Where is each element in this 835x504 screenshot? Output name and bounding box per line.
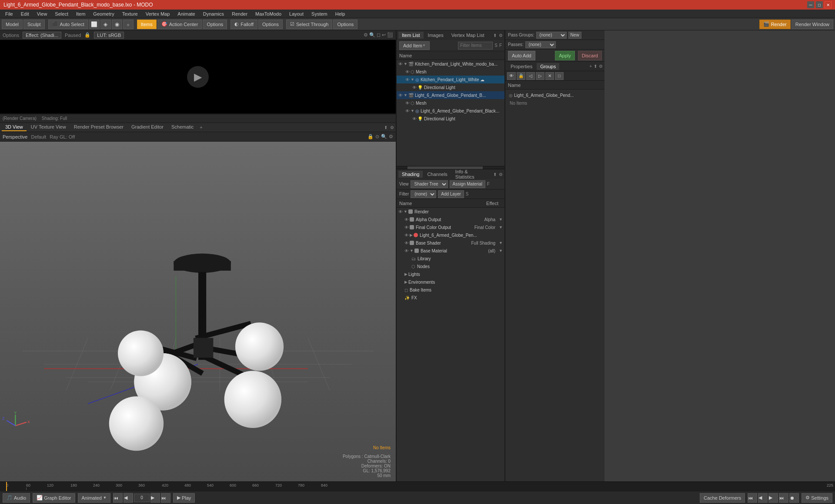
tab-shading[interactable]: Shading	[398, 171, 423, 178]
sh-item-lights[interactable]: ▶ Lights	[397, 270, 504, 278]
sh-item-render[interactable]: 👁 ▼ Render	[397, 208, 504, 216]
sh-vis-base-material[interactable]: 👁	[404, 249, 409, 253]
go-to-start-button[interactable]: ⏮	[113, 493, 123, 503]
tab-gradient-editor[interactable]: Gradient Editor	[128, 123, 167, 131]
tb-icon-1[interactable]: ⬜	[89, 20, 100, 29]
sculpt-button[interactable]: Sculpt	[23, 20, 45, 29]
menu-render[interactable]: Render	[228, 11, 251, 17]
minimize-button[interactable]: ─	[807, 1, 814, 8]
shading-gear-icon[interactable]: ⚙	[499, 172, 503, 177]
vis-icon-0[interactable]: 👁	[398, 62, 403, 66]
item-list-content[interactable]: 👁 ▼ 🎬 Kitchen_Pendant_Light_White_modo_b…	[397, 60, 504, 166]
vis-icon-5[interactable]: 👁	[405, 101, 410, 106]
tree-item-0[interactable]: 👁 ▼ 🎬 Kitchen_Pendant_Light_White_modo_b…	[397, 60, 504, 68]
tab-3d-view[interactable]: 3D View	[2, 123, 27, 131]
sh-vis-alpha[interactable]: 👁	[404, 217, 409, 222]
shading-content[interactable]: 👁 ▼ Render 👁 Alpha Output Alpha ▼	[397, 208, 504, 481]
vis-icon-7[interactable]: 👁	[412, 116, 417, 121]
close-button[interactable]: ✕	[825, 1, 832, 8]
tree-item-7[interactable]: 👁 💡 Directional Light	[397, 115, 504, 123]
viewport-search-icon[interactable]: 🔍	[381, 134, 387, 139]
sh-vis-base-shader[interactable]: 👁	[404, 241, 409, 245]
tree-item-6[interactable]: 👁 ▼ ◎ Light_6_Armed_Globe_Pendant_Black.…	[397, 107, 504, 115]
menu-edit[interactable]: Edit	[17, 11, 33, 17]
go-to-end-button[interactable]: ⏭	[161, 493, 170, 503]
vis-icon-1[interactable]: 👁	[405, 70, 410, 74]
add-viewport-tab[interactable]: +	[198, 124, 204, 131]
sh-item-fx[interactable]: ✨ FX	[397, 294, 504, 302]
tab-groups[interactable]: Groups	[537, 63, 559, 70]
menu-maxtomodo[interactable]: MaxToModo	[252, 11, 285, 17]
passes-select[interactable]: (none)	[525, 41, 556, 48]
expand-arrow-4[interactable]: ▼	[404, 93, 407, 97]
menu-file[interactable]: File	[2, 11, 17, 17]
gi-btn-2[interactable]: 🔒	[517, 72, 525, 80]
sh-dd-alpha[interactable]: ▼	[499, 217, 503, 222]
menu-help[interactable]: Help	[332, 11, 349, 17]
next-frame-button[interactable]: ▶	[150, 493, 160, 503]
vis-icon-6[interactable]: 👁	[405, 109, 410, 113]
options-button-1[interactable]: Options	[203, 20, 227, 29]
settings-button[interactable]: ⚙ Settings	[802, 493, 832, 503]
assign-material-button[interactable]: Assign Material	[450, 180, 485, 188]
discard-button[interactable]: Discard	[578, 51, 602, 60]
tb2-2[interactable]: ◀	[758, 493, 768, 503]
add-layer-button[interactable]: Add Layer	[438, 190, 464, 198]
viewport-fit-icon[interactable]: ⊙	[375, 134, 379, 139]
menu-dynamics[interactable]: Dynamics	[200, 11, 227, 17]
sh-item-globe-material[interactable]: 👁 ▶ Light_6_Armed_Globe_Pen...	[397, 231, 504, 239]
sh-arrow-base-material[interactable]: ▼	[410, 249, 414, 253]
sh-dd-base-shader[interactable]: ▼	[499, 241, 503, 245]
groups-content[interactable]: ◎ Light_6_Armed_Globe_Pend... No Items	[505, 90, 605, 481]
menu-vertex-map[interactable]: Vertex Map	[142, 11, 174, 17]
tab-schematic[interactable]: Schematic	[168, 123, 197, 131]
apply-button[interactable]: Apply	[555, 51, 575, 60]
sh-vis-globe[interactable]: 👁	[404, 233, 409, 238]
tab-properties[interactable]: Properties	[507, 63, 536, 70]
gi-btn-4[interactable]: ▷	[536, 72, 544, 80]
tree-item-4[interactable]: 👁 ▼ 🎬 Light_6_Armed_Globe_Pendant_B...	[397, 91, 504, 99]
sh-item-library[interactable]: 🗂 Library	[397, 255, 504, 262]
options-button-3[interactable]: Options	[333, 20, 357, 29]
frame-input[interactable]	[134, 494, 150, 502]
tree-item-1[interactable]: 👁 ⬡ Mesh	[397, 68, 504, 76]
tb2-1[interactable]: ⏮	[748, 493, 757, 503]
tab-info-statistics[interactable]: Info & Statistics	[452, 168, 491, 180]
menu-item[interactable]: Item	[73, 11, 89, 17]
groups-gear-icon[interactable]: ⚙	[599, 64, 603, 69]
gi-btn-6[interactable]: □	[555, 72, 564, 80]
falloff-button[interactable]: ◐ Falloff	[230, 20, 257, 29]
viewport-gear-icon[interactable]: ⚙	[389, 134, 393, 139]
menu-layout[interactable]: Layout	[286, 11, 307, 17]
tab-vertex-map-list[interactable]: Vertex Map List	[448, 32, 488, 39]
tb2-4[interactable]: ⏭	[779, 493, 788, 503]
action-center-button[interactable]: 🎯 Action Center	[157, 20, 202, 29]
tab-uv-texture[interactable]: UV Texture View	[27, 123, 70, 131]
shader-tree-select[interactable]: Shader Tree	[411, 180, 448, 188]
viewport-settings-icon[interactable]: ⚙	[390, 125, 394, 130]
item-list-expand-icon[interactable]: ⬆	[493, 33, 497, 38]
menu-system[interactable]: System	[308, 11, 331, 17]
tb-icon-4[interactable]: ⬦	[123, 20, 134, 29]
vis-icon-4[interactable]: 👁	[398, 93, 403, 98]
expand-arrow-6[interactable]: ▼	[411, 109, 414, 113]
tb2-3[interactable]: ▶	[768, 493, 778, 503]
pass-groups-select[interactable]: (none)	[536, 32, 567, 39]
options-button-2[interactable]: Options	[258, 20, 283, 29]
viewport-expand-icon[interactable]: ⬆	[384, 125, 387, 130]
items-button[interactable]: Items	[137, 20, 157, 29]
sh-item-base-shader[interactable]: 👁 Base Shader Full Shading ▼	[397, 239, 504, 247]
tb-icon-3[interactable]: ◉	[112, 20, 122, 29]
timeline-container[interactable]: 0 60 120 180 240 300 360 420 480 540 600…	[0, 481, 835, 491]
render-button[interactable]: 🎬 Render	[759, 20, 791, 29]
animated-button[interactable]: Animated ▼	[78, 493, 110, 503]
sh-item-nodes[interactable]: ⬡ Nodes	[397, 262, 504, 270]
group-item-globe[interactable]: ◎ Light_6_Armed_Globe_Pend...	[507, 91, 603, 99]
play-button[interactable]: ▶ Play	[173, 493, 195, 503]
sh-vis-render[interactable]: 👁	[398, 209, 403, 214]
tab-images[interactable]: Images	[424, 32, 447, 39]
expand-arrow-0[interactable]: ▼	[404, 62, 407, 66]
gi-btn-5[interactable]: ✕	[545, 72, 554, 80]
gi-btn-1[interactable]: 👁	[507, 72, 516, 80]
audio-button[interactable]: 🎵 Audio	[3, 493, 30, 503]
